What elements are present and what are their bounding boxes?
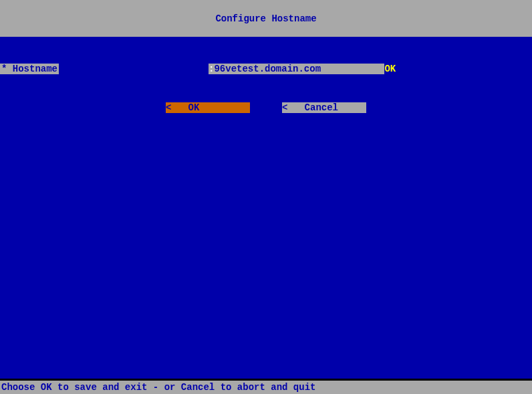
hostname-status: OK (384, 64, 396, 74)
footer-bar: Choose OK to save and exit - or Cancel t… (0, 381, 532, 394)
hostname-input[interactable] (214, 64, 384, 74)
header-bar: Configure Hostname (0, 0, 532, 37)
cancel-button[interactable]: < Cancel > (282, 102, 366, 113)
button-row: < OK > < Cancel > (0, 102, 532, 113)
hostname-row: * Hostname : OK (0, 64, 396, 74)
hostname-label: * Hostname (0, 64, 59, 74)
hostname-separator: : (209, 64, 214, 74)
page-title: Configure Hostname (215, 13, 316, 24)
main-body: * Hostname : OK < OK > < Cancel > (0, 37, 532, 381)
ok-button[interactable]: < OK > (166, 102, 250, 113)
footer-hint: Choose OK to save and exit - or Cancel t… (1, 382, 315, 393)
